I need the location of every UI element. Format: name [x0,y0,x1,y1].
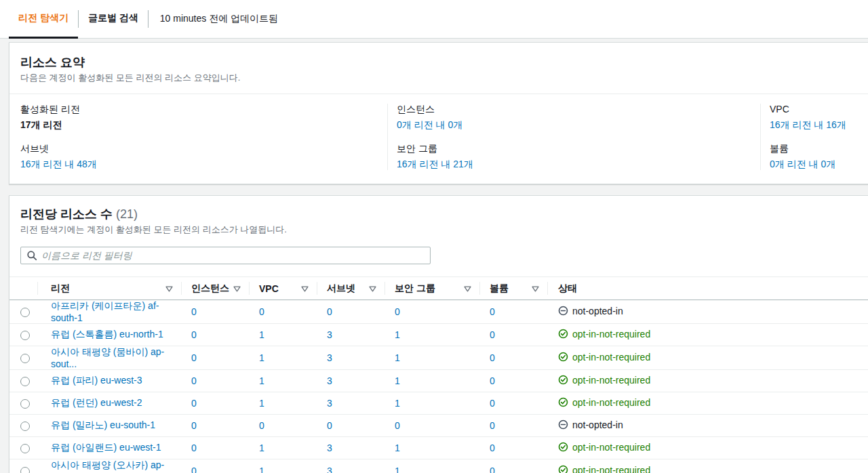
row-radio-button[interactable] [20,354,30,363]
instances-count-link[interactable]: 0 [191,398,197,409]
region-link[interactable]: 유럽 (파리) eu-west-3 [51,375,142,386]
vpc-count-link[interactable]: 1 [259,329,264,340]
stat-value-link[interactable]: 16개 리전 내 21개 [397,159,473,169]
column-header-subnets[interactable]: 서브넷 [317,277,384,300]
status-text: opt-in-not-required [572,465,650,473]
row-radio-button[interactable] [20,467,30,473]
filter-caret-icon[interactable] [369,283,376,294]
volumes-count-link[interactable]: 0 [490,443,495,453]
row-radio-button[interactable] [20,421,30,431]
row-radio-button[interactable] [20,331,30,340]
volumes-count-link[interactable]: 0 [490,466,495,473]
volumes-count-link[interactable]: 0 [490,329,495,340]
tab-global-search[interactable]: 글로벌 검색 [79,0,148,39]
instances-count-link[interactable]: 0 [191,443,197,453]
subnets-cell: 3 [317,437,384,459]
stat-value-link[interactable]: 16개 리전 내 48개 [20,159,97,169]
vpc-count-link[interactable]: 0 [259,420,264,431]
security-groups-count-link[interactable]: 1 [395,398,400,409]
security-groups-count-link[interactable]: 1 [395,466,400,473]
subnets-count-link[interactable]: 3 [327,466,332,473]
volumes-cell: 0 [479,392,547,415]
vpc-cell: 1 [249,459,317,473]
row-select-cell [9,437,37,459]
stat-value-link[interactable]: 16개 리전 내 16개 [770,119,846,130]
filter-caret-icon[interactable] [532,283,539,294]
filter-caret-icon[interactable] [301,283,309,294]
volumes-count-link[interactable]: 0 [490,375,495,386]
security-groups-count-link[interactable]: 0 [395,420,400,431]
subnets-count-link[interactable]: 3 [327,352,332,363]
region-link[interactable]: 유럽 (스톡홀름) eu-north-1 [51,329,163,340]
status-check-icon [558,442,568,452]
column-header-volumes[interactable]: 볼륨 [479,277,547,300]
status-cell-content: opt-in-not-required [558,375,650,386]
vpc-count-link[interactable]: 1 [259,398,264,409]
status-cell-content: opt-in-not-required [558,329,650,340]
filter-caret-icon[interactable] [165,283,173,294]
row-select-cell [9,459,37,473]
security-groups-count-link[interactable]: 1 [395,352,400,363]
tab-global-search-label: 글로벌 검색 [88,12,138,24]
volumes-count-link[interactable]: 0 [490,398,495,409]
instances-count-link[interactable]: 0 [191,329,197,340]
region-filter-input[interactable] [20,247,431,264]
subnets-count-link[interactable]: 3 [327,329,332,340]
stat-label: VPC [770,104,868,115]
tab-region-explorer[interactable]: 리전 탐색기 [9,0,78,39]
filter-caret-icon[interactable] [233,283,241,294]
security-groups-cell: 1 [384,370,479,392]
status-cell: not-opted-in [547,300,868,324]
subnets-count-link[interactable]: 3 [327,443,332,453]
security-groups-count-link[interactable]: 0 [395,306,400,317]
volumes-count-link[interactable]: 0 [490,306,495,317]
vpc-cell: 1 [249,346,317,370]
stat-value-link[interactable]: 0개 리전 내 0개 [397,119,462,130]
subnets-count-link[interactable]: 3 [327,375,332,386]
vpc-count-link[interactable]: 1 [259,352,264,363]
vpc-count-link[interactable]: 0 [259,306,264,317]
instances-count-link[interactable]: 0 [191,352,197,363]
instances-count-link[interactable]: 0 [191,375,197,386]
status-cell: not-opted-in [547,415,868,437]
row-select-cell [9,392,37,415]
column-header-instances[interactable]: 인스턴스 [181,277,249,300]
filter-caret-icon[interactable] [464,283,471,294]
status-cell: opt-in-not-required [547,437,868,459]
volumes-count-link[interactable]: 0 [490,420,495,431]
subnets-count-link[interactable]: 3 [327,398,332,409]
select-all-header [9,277,37,300]
security-groups-count-link[interactable]: 1 [395,375,400,386]
volumes-count-link[interactable]: 0 [490,352,495,363]
column-header-region[interactable]: 리전 [37,277,181,300]
row-radio-button[interactable] [20,377,30,386]
subnets-count-link[interactable]: 0 [327,306,332,317]
status-text: opt-in-not-required [572,352,650,363]
table-row: 유럽 (런던) eu-west-2 0 1 3 1 0 opt-in-not-r… [9,392,868,415]
instances-count-link[interactable]: 0 [191,466,197,473]
stat-value-link[interactable]: 0개 리전 내 0개 [770,159,835,169]
region-link[interactable]: 유럽 (런던) eu-west-2 [51,397,142,408]
region-link[interactable]: 아시아 태평양 (오사카) ap-nort... [51,459,164,473]
column-header-vpc[interactable]: VPC [249,277,317,300]
row-radio-button[interactable] [20,399,30,409]
column-header-security-groups[interactable]: 보안 그룹 [384,277,479,300]
vpc-count-link[interactable]: 1 [259,443,264,453]
instances-count-link[interactable]: 0 [191,306,197,317]
region-link[interactable]: 아프리카 (케이프타운) af-south-1 [51,300,159,323]
region-link[interactable]: 아시아 태평양 (뭄바이) ap-sout... [51,346,164,369]
region-link[interactable]: 유럽 (아일랜드) eu-west-1 [51,442,161,453]
volumes-cell: 0 [479,346,547,370]
subnets-count-link[interactable]: 0 [327,420,332,431]
column-header-status[interactable]: 상태 [547,277,868,300]
region-cell: 아시아 태평양 (뭄바이) ap-sout... [37,346,181,370]
security-groups-count-link[interactable]: 1 [395,443,400,453]
resources-per-region-title-text: 리전당 리소스 수 [20,207,113,221]
row-radio-button[interactable] [20,444,30,453]
vpc-count-link[interactable]: 1 [259,466,264,473]
region-link[interactable]: 유럽 (밀라노) eu-south-1 [51,419,155,430]
security-groups-count-link[interactable]: 1 [395,329,400,340]
row-radio-button[interactable] [20,308,30,317]
instances-count-link[interactable]: 0 [191,420,197,431]
vpc-count-link[interactable]: 1 [259,375,264,386]
